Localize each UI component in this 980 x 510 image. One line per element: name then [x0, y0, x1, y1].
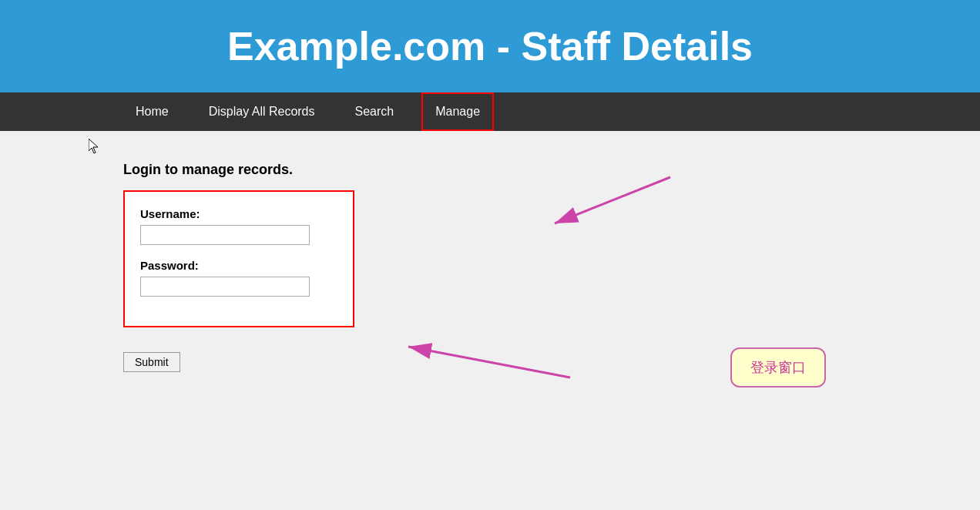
login-title: Login to manage records. [123, 162, 857, 178]
nav-item-display-all-records[interactable]: Display All Records [196, 94, 327, 129]
submit-button[interactable]: Submit [123, 352, 180, 372]
annotation-box: 登录窗口 [730, 347, 826, 388]
nav-item-home[interactable]: Home [123, 94, 181, 129]
nav-item-manage[interactable]: Manage [421, 92, 494, 131]
page-title: Example.com - Staff Details [15, 23, 965, 69]
header: Example.com - Staff Details [0, 0, 980, 92]
main-content: Login to manage records. Username: Passw… [0, 131, 980, 403]
password-label: Password: [140, 259, 330, 272]
nav-item-search[interactable]: Search [343, 94, 407, 129]
navbar: Home Display All Records Search Manage [0, 92, 980, 131]
cursor-icon [89, 139, 101, 154]
username-input[interactable] [140, 225, 310, 245]
nav-items: Home Display All Records Search Manage [0, 92, 617, 131]
username-group: Username: [140, 207, 330, 245]
password-input[interactable] [140, 277, 310, 297]
username-label: Username: [140, 207, 330, 220]
svg-marker-0 [89, 139, 98, 153]
login-form-container: Username: Password: [123, 190, 354, 327]
password-group: Password: [140, 259, 330, 297]
svg-line-3 [555, 177, 670, 223]
